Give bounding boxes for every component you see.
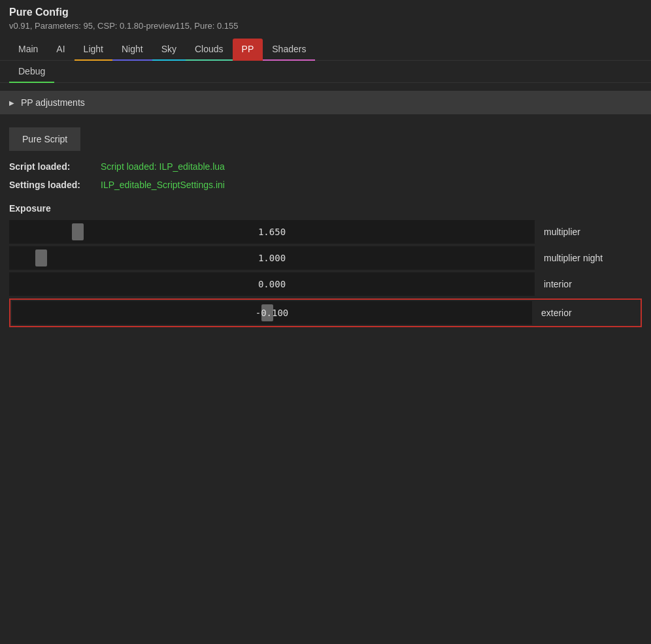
slider-row-multiplier: 1.650 multiplier <box>9 220 642 244</box>
tabs-row-1: Main AI Light Night Sky Clouds PP Shader… <box>0 39 651 61</box>
slider-label-multiplier-night: multiplier night <box>544 253 642 263</box>
app-container: Pure Config v0.91, Parameters: 95, CSP: … <box>0 0 651 644</box>
slider-handle-multiplier-night[interactable] <box>35 250 47 266</box>
tab-sky[interactable]: Sky <box>152 39 186 61</box>
settings-loaded-value: ILP_editable_ScriptSettings.ini <box>101 180 225 190</box>
app-title: Pure Config <box>9 7 642 18</box>
slider-handle-exterior[interactable] <box>261 304 273 321</box>
script-loaded-value: Script loaded: ILP_editable.lua <box>101 161 225 172</box>
tab-debug[interactable]: Debug <box>9 61 54 83</box>
slider-track-exterior <box>12 301 532 325</box>
tab-shaders[interactable]: Shaders <box>263 39 315 61</box>
section-title: PP adjustments <box>21 97 85 108</box>
slider-row-interior: 0.000 interior <box>9 272 642 296</box>
slider-track-multiplier <box>9 220 535 244</box>
slider-label-multiplier: multiplier <box>544 227 642 237</box>
slider-row-exterior: -0.100 exterior <box>9 298 642 327</box>
slider-track-interior <box>9 272 535 296</box>
tab-light[interactable]: Light <box>75 39 112 61</box>
slider-row-multiplier-night: 1.000 multiplier night <box>9 246 642 270</box>
slider-interior[interactable]: 0.000 <box>9 272 535 296</box>
slider-multiplier[interactable]: 1.650 <box>9 220 535 244</box>
version-info: v0.91, Parameters: 95, CSP: 0.1.80-previ… <box>9 21 642 31</box>
slider-label-exterior: exterior <box>541 308 639 318</box>
section-header[interactable]: ▶ PP adjustments <box>0 91 651 114</box>
settings-loaded-label: Settings loaded: <box>9 180 101 190</box>
title-bar: Pure Config v0.91, Parameters: 95, CSP: … <box>0 0 651 39</box>
tab-night[interactable]: Night <box>112 39 152 61</box>
pure-script-button[interactable]: Pure Script <box>9 127 80 151</box>
script-loaded-row: Script loaded: Script loaded: ILP_editab… <box>9 161 642 172</box>
settings-loaded-row: Settings loaded: ILP_editable_ScriptSett… <box>9 180 642 190</box>
tab-clouds[interactable]: Clouds <box>186 39 233 61</box>
slider-exterior[interactable]: -0.100 <box>12 301 532 325</box>
tabs-row-2: Debug <box>0 61 651 83</box>
section-arrow-icon: ▶ <box>9 99 14 106</box>
exposure-title: Exposure <box>9 203 642 214</box>
slider-multiplier-night[interactable]: 1.000 <box>9 246 535 270</box>
script-loaded-label: Script loaded: <box>9 161 101 172</box>
tab-main[interactable]: Main <box>9 39 47 61</box>
slider-label-interior: interior <box>544 279 642 289</box>
slider-track-multiplier-night <box>9 246 535 270</box>
slider-handle-multiplier[interactable] <box>72 223 84 240</box>
tab-pp[interactable]: PP <box>233 39 263 61</box>
content-area: Pure Script Script loaded: Script loaded… <box>0 114 651 343</box>
tab-ai[interactable]: AI <box>47 39 74 61</box>
